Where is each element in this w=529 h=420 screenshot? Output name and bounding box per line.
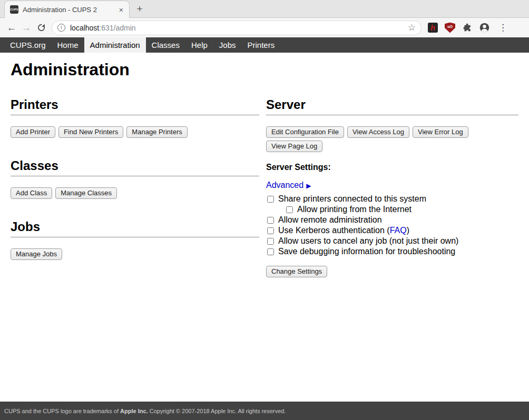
nav-item-classes[interactable]: Classes: [146, 37, 185, 53]
extension-h-icon[interactable]: h: [428, 23, 438, 33]
checkbox-label: Share printers connected to this system: [278, 194, 426, 204]
tab-title-fade: [102, 5, 116, 14]
bookmark-star-icon[interactable]: ☆: [407, 22, 417, 33]
browser-tab[interactable]: CUPS Administration - CUPS 2 ×: [4, 1, 130, 18]
page-info-icon[interactable]: i: [57, 24, 65, 32]
checkbox-label: Allow users to cancel any job (not just …: [278, 236, 458, 246]
checkbox-row-share-printers[interactable]: Share printers connected to this system: [266, 194, 518, 204]
jobs-section: Jobs Manage Jobs: [11, 219, 259, 260]
nav-item-printers[interactable]: Printers: [242, 37, 281, 53]
manage-classes-button[interactable]: Manage Classes: [55, 187, 117, 199]
cancel-any-job-checkbox[interactable]: [267, 238, 274, 245]
checkbox-label: ): [407, 226, 409, 235]
extensions-area: h uO ⋮: [428, 22, 509, 33]
checkbox-label: Allow remote administration: [278, 215, 382, 225]
classes-heading: Classes: [11, 158, 259, 176]
profile-avatar-icon[interactable]: [479, 22, 490, 33]
share-printers-checkbox[interactable]: [267, 196, 274, 203]
puzzle-extension-icon[interactable]: [462, 23, 472, 33]
advanced-link[interactable]: Advanced: [266, 181, 303, 189]
view-access-log-button[interactable]: View Access Log: [347, 126, 409, 138]
server-settings-checkboxes: Share printers connected to this system …: [266, 194, 518, 257]
view-error-log-button[interactable]: View Error Log: [413, 126, 468, 138]
manage-printers-button[interactable]: Manage Printers: [126, 126, 187, 138]
add-class-button[interactable]: Add Class: [11, 187, 52, 199]
checkbox-row-save-debugging[interactable]: Save debugging information for troublesh…: [266, 246, 518, 257]
allow-internet-printing-checkbox[interactable]: [286, 206, 293, 213]
nav-item-home[interactable]: Home: [52, 37, 84, 53]
jobs-heading: Jobs: [11, 219, 259, 237]
printers-section: Printers Add Printer Find New Printers M…: [11, 97, 259, 138]
checkbox-row-kerberos[interactable]: Use Kerberos authentication (FAQ): [266, 225, 518, 236]
new-tab-button[interactable]: +: [133, 2, 146, 16]
checkbox-label: Save debugging information for troublesh…: [278, 247, 455, 256]
nav-item-administration[interactable]: Administration: [84, 37, 146, 53]
page-content: Administration Printers Add Printer Find…: [0, 53, 529, 402]
tab-strip: CUPS Administration - CUPS 2 × +: [0, 0, 529, 18]
reload-icon[interactable]: [34, 21, 48, 35]
browser-window: CUPS Administration - CUPS 2 × + ← → i l…: [0, 0, 529, 420]
server-section: Server Edit Configuration File View Acce…: [266, 97, 518, 277]
advanced-row: Advanced▶: [266, 181, 518, 190]
right-column: Server Edit Configuration File View Acce…: [266, 97, 518, 281]
checkbox-row-remote-administration[interactable]: Allow remote administration: [266, 215, 518, 225]
url-text: localhost:631/admin: [70, 24, 407, 32]
page-title: Administration: [11, 60, 518, 79]
checkbox-label: Allow printing from the Internet: [297, 205, 412, 214]
kerberos-checkbox[interactable]: [267, 227, 274, 234]
tab-title: Administration - CUPS 2: [23, 5, 116, 14]
cups-nav-bar: CUPS.org Home Administration Classes Hel…: [0, 37, 529, 53]
view-page-log-button[interactable]: View Page Log: [266, 141, 322, 152]
browser-menu-icon[interactable]: ⋮: [497, 22, 509, 33]
nav-item-cupsorg[interactable]: CUPS.org: [4, 37, 52, 53]
find-new-printers-button[interactable]: Find New Printers: [58, 126, 123, 138]
forward-icon: →: [19, 21, 34, 35]
left-column: Printers Add Printer Find New Printers M…: [11, 97, 259, 281]
edit-configuration-file-button[interactable]: Edit Configuration File: [266, 126, 344, 138]
add-printer-button[interactable]: Add Printer: [11, 126, 55, 138]
nav-item-help[interactable]: Help: [185, 37, 213, 53]
nav-item-jobs[interactable]: Jobs: [213, 37, 242, 53]
advanced-arrow-icon[interactable]: ▶: [306, 182, 311, 189]
back-icon[interactable]: ←: [4, 21, 19, 35]
remote-administration-checkbox[interactable]: [267, 217, 274, 224]
ublock-origin-icon[interactable]: uO: [445, 23, 455, 33]
server-settings-label: Server Settings:: [266, 163, 518, 172]
classes-section: Classes Add Class Manage Classes: [11, 158, 259, 199]
change-settings-button[interactable]: Change Settings: [266, 266, 327, 277]
browser-toolbar: ← → i localhost:631/admin ☆ h uO: [0, 18, 529, 37]
checkbox-label: Use Kerberos authentication (: [278, 226, 390, 235]
tab-close-icon[interactable]: ×: [116, 5, 126, 14]
server-heading: Server: [266, 97, 518, 115]
page-footer: CUPS and the CUPS logo are trademarks of…: [0, 402, 529, 420]
checkbox-row-allow-internet-printing[interactable]: Allow printing from the Internet: [285, 204, 518, 215]
footer-text: CUPS and the CUPS logo are trademarks of…: [4, 408, 286, 414]
faq-link[interactable]: FAQ: [390, 226, 407, 235]
checkbox-row-cancel-any-job[interactable]: Allow users to cancel any job (not just …: [266, 236, 518, 246]
cups-favicon-icon: CUPS: [10, 5, 18, 14]
save-debugging-checkbox[interactable]: [267, 248, 274, 255]
manage-jobs-button[interactable]: Manage Jobs: [11, 248, 62, 260]
address-bar[interactable]: i localhost:631/admin ☆: [52, 21, 422, 35]
printers-heading: Printers: [11, 97, 259, 115]
